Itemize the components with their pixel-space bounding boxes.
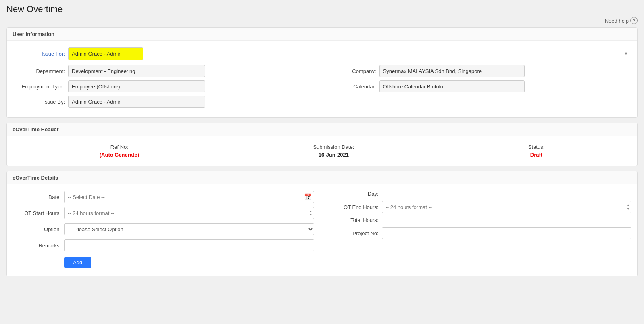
- submission-date-value: 16-Jun-2021: [313, 152, 354, 158]
- remarks-input[interactable]: [64, 239, 314, 251]
- calendar-section: Calendar:: [324, 80, 632, 92]
- details-grid: Date: 📅 OT Start Hours: ▲ ▼: [13, 191, 631, 268]
- ot-end-input[interactable]: [382, 201, 632, 213]
- need-help-row: Need help ?: [6, 17, 638, 24]
- ot-details-body: Date: 📅 OT Start Hours: ▲ ▼: [7, 184, 637, 276]
- department-label: Department:: [13, 68, 65, 74]
- department-input: [68, 65, 205, 77]
- ref-no-item: Ref No: (Auto Generate): [100, 144, 139, 158]
- emptype-calendar-row: Employment Type: Calendar:: [13, 80, 631, 92]
- ot-start-spinner[interactable]: ▲ ▼: [309, 209, 313, 217]
- total-hours-label: Total Hours:: [330, 217, 379, 223]
- project-no-input[interactable]: [382, 227, 632, 239]
- ot-header-header: eOverTime Header: [7, 123, 637, 136]
- details-right-col: Day: OT End Hours: ▲ ▼ T: [330, 191, 632, 268]
- issue-for-wrapper: ▼: [68, 47, 631, 60]
- option-label: Option:: [13, 226, 61, 232]
- ot-start-label: OT Start Hours:: [13, 210, 61, 216]
- date-input[interactable]: [64, 191, 314, 203]
- submission-date-item: Submission Date: 16-Jun-2021: [313, 144, 354, 158]
- company-label: Company:: [324, 68, 376, 74]
- user-info-card: User Information Issue For: ▼ Department…: [6, 27, 638, 118]
- help-icon[interactable]: ?: [630, 17, 638, 24]
- calendar-label: Calendar:: [324, 84, 376, 90]
- project-no-label: Project No:: [330, 230, 379, 236]
- issue-by-row: Issue By:: [13, 96, 631, 108]
- project-no-row: Project No:: [330, 227, 632, 239]
- total-hours-row: Total Hours:: [330, 217, 632, 223]
- ot-start-wrapper: ▲ ▼: [64, 207, 314, 219]
- calendar-icon[interactable]: 📅: [304, 193, 312, 201]
- employment-type-label: Employment Type:: [13, 84, 65, 90]
- employment-type-input: [68, 80, 205, 92]
- status-value: Draft: [528, 152, 544, 158]
- user-info-body: Issue For: ▼ Department: Company: Employ…: [7, 41, 637, 117]
- ot-details-header: eOverTime Details: [7, 171, 637, 184]
- company-input: [379, 65, 525, 77]
- issue-for-dropdown-arrow: ▼: [624, 51, 628, 56]
- ref-no-value: (Auto Generate): [100, 152, 139, 158]
- ot-end-row: OT End Hours: ▲ ▼: [330, 201, 632, 213]
- department-company-row: Department: Company:: [13, 65, 631, 77]
- ot-end-spinner[interactable]: ▲ ▼: [627, 203, 630, 211]
- issue-for-label: Issue For:: [13, 51, 65, 57]
- add-button[interactable]: Add: [64, 257, 91, 268]
- date-label: Date:: [13, 194, 61, 200]
- ot-end-wrapper: ▲ ▼: [382, 201, 632, 213]
- ref-no-label: Ref No:: [100, 144, 139, 150]
- ot-start-input[interactable]: [64, 207, 314, 219]
- employment-type-section: Employment Type:: [13, 80, 321, 92]
- submission-date-label: Submission Date:: [313, 144, 354, 150]
- remarks-row: Remarks:: [13, 239, 314, 251]
- issue-by-section: Issue By:: [13, 96, 321, 108]
- ot-header-card: eOverTime Header Ref No: (Auto Generate)…: [6, 123, 638, 166]
- issue-for-input[interactable]: [68, 47, 143, 60]
- date-wrapper: 📅: [64, 191, 314, 203]
- details-left-col: Date: 📅 OT Start Hours: ▲ ▼: [13, 191, 314, 268]
- issue-by-label: Issue By:: [13, 99, 65, 105]
- option-row: Option: -- Please Select Option --: [13, 223, 314, 235]
- day-label: Day:: [330, 191, 379, 197]
- issue-for-row: Issue For: ▼: [13, 47, 631, 60]
- department-section: Department:: [13, 65, 321, 77]
- issue-by-input: [68, 96, 205, 108]
- need-help-text: Need help: [605, 18, 629, 24]
- ot-start-row: OT Start Hours: ▲ ▼: [13, 207, 314, 219]
- company-section: Company:: [324, 65, 632, 77]
- ot-header-body: Ref No: (Auto Generate) Submission Date:…: [7, 136, 637, 166]
- day-row: Day:: [330, 191, 632, 197]
- date-row: Date: 📅: [13, 191, 314, 203]
- page-title: New Overtime: [6, 4, 638, 15]
- status-item: Status: Draft: [528, 144, 544, 158]
- status-label: Status:: [528, 144, 544, 150]
- user-info-header: User Information: [7, 28, 637, 41]
- remarks-label: Remarks:: [13, 242, 61, 249]
- ot-details-card: eOverTime Details Date: 📅 OT Start Hours…: [6, 171, 638, 276]
- option-select[interactable]: -- Please Select Option --: [64, 223, 314, 235]
- calendar-input: [379, 80, 525, 92]
- ot-end-label: OT End Hours:: [330, 204, 379, 210]
